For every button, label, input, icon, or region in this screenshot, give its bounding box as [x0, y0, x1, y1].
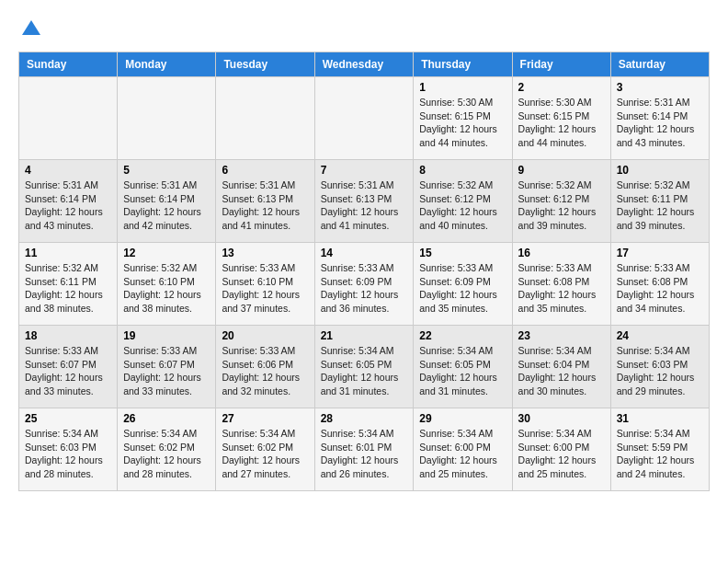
calendar-cell: 21Sunrise: 5:34 AM Sunset: 6:05 PM Dayli…: [314, 326, 414, 408]
day-info: Sunrise: 5:34 AM Sunset: 6:04 PM Dayligh…: [518, 344, 605, 398]
day-number: 31: [617, 412, 703, 425]
calendar-cell: 25Sunrise: 5:34 AM Sunset: 6:03 PM Dayli…: [19, 408, 118, 491]
day-number: 4: [25, 164, 111, 177]
day-info: Sunrise: 5:34 AM Sunset: 6:05 PM Dayligh…: [321, 344, 408, 398]
day-number: 30: [518, 412, 605, 425]
calendar-cell: 22Sunrise: 5:34 AM Sunset: 6:05 PM Dayli…: [414, 326, 512, 408]
calendar-cell: 9Sunrise: 5:32 AM Sunset: 6:12 PM Daylig…: [512, 160, 610, 243]
day-number: 1: [419, 81, 506, 94]
calendar-cell: 5Sunrise: 5:31 AM Sunset: 6:14 PM Daylig…: [118, 160, 216, 243]
day-number: 23: [518, 329, 605, 342]
day-number: 9: [518, 164, 605, 177]
day-info: Sunrise: 5:34 AM Sunset: 6:00 PM Dayligh…: [419, 427, 506, 481]
day-info: Sunrise: 5:34 AM Sunset: 6:03 PM Dayligh…: [25, 427, 111, 481]
calendar-week-1: 1Sunrise: 5:30 AM Sunset: 6:15 PM Daylig…: [19, 77, 710, 160]
day-info: Sunrise: 5:34 AM Sunset: 6:02 PM Dayligh…: [222, 427, 308, 481]
day-number: 29: [419, 412, 506, 425]
calendar-cell: 18Sunrise: 5:33 AM Sunset: 6:07 PM Dayli…: [19, 326, 118, 408]
day-info: Sunrise: 5:33 AM Sunset: 6:07 PM Dayligh…: [25, 344, 111, 398]
day-number: 7: [321, 164, 408, 177]
header-wednesday: Wednesday: [314, 52, 414, 77]
calendar-cell: 8Sunrise: 5:32 AM Sunset: 6:12 PM Daylig…: [414, 160, 512, 243]
day-info: Sunrise: 5:34 AM Sunset: 6:05 PM Dayligh…: [419, 344, 506, 398]
calendar-cell: [314, 77, 414, 160]
calendar-week-5: 25Sunrise: 5:34 AM Sunset: 6:03 PM Dayli…: [19, 408, 710, 491]
day-info: Sunrise: 5:30 AM Sunset: 6:15 PM Dayligh…: [518, 96, 605, 150]
calendar-table: SundayMondayTuesdayWednesdayThursdayFrid…: [18, 52, 710, 491]
day-info: Sunrise: 5:32 AM Sunset: 6:12 PM Dayligh…: [518, 178, 605, 233]
calendar-cell: 4Sunrise: 5:31 AM Sunset: 6:14 PM Daylig…: [19, 160, 118, 243]
header-sunday: Sunday: [19, 52, 118, 77]
day-info: Sunrise: 5:32 AM Sunset: 6:12 PM Dayligh…: [419, 178, 506, 233]
calendar-cell: 23Sunrise: 5:34 AM Sunset: 6:04 PM Dayli…: [512, 326, 610, 408]
day-number: 24: [617, 329, 703, 342]
svg-marker-0: [22, 20, 40, 35]
calendar-cell: 14Sunrise: 5:33 AM Sunset: 6:09 PM Dayli…: [314, 243, 414, 326]
day-info: Sunrise: 5:33 AM Sunset: 6:09 PM Dayligh…: [419, 261, 506, 316]
day-info: Sunrise: 5:34 AM Sunset: 6:02 PM Dayligh…: [123, 427, 210, 481]
calendar-cell: [118, 77, 216, 160]
day-number: 12: [123, 247, 210, 259]
calendar-week-2: 4Sunrise: 5:31 AM Sunset: 6:14 PM Daylig…: [19, 160, 710, 243]
calendar-cell: 26Sunrise: 5:34 AM Sunset: 6:02 PM Dayli…: [118, 408, 216, 491]
calendar-cell: 3Sunrise: 5:31 AM Sunset: 6:14 PM Daylig…: [610, 77, 709, 160]
day-number: 5: [123, 164, 210, 177]
day-number: 20: [222, 329, 308, 342]
day-info: Sunrise: 5:31 AM Sunset: 6:14 PM Dayligh…: [123, 178, 210, 233]
calendar-cell: 2Sunrise: 5:30 AM Sunset: 6:15 PM Daylig…: [512, 77, 610, 160]
day-info: Sunrise: 5:31 AM Sunset: 6:14 PM Dayligh…: [617, 96, 703, 150]
logo: [18, 18, 42, 37]
day-info: Sunrise: 5:34 AM Sunset: 5:59 PM Dayligh…: [617, 427, 703, 481]
day-info: Sunrise: 5:33 AM Sunset: 6:06 PM Dayligh…: [222, 344, 308, 398]
day-number: 11: [25, 247, 111, 259]
header-saturday: Saturday: [610, 52, 709, 77]
day-number: 27: [222, 412, 308, 425]
day-info: Sunrise: 5:33 AM Sunset: 6:10 PM Dayligh…: [222, 261, 308, 316]
calendar-cell: 19Sunrise: 5:33 AM Sunset: 6:07 PM Dayli…: [118, 326, 216, 408]
calendar-week-4: 18Sunrise: 5:33 AM Sunset: 6:07 PM Dayli…: [19, 326, 710, 408]
calendar-cell: 13Sunrise: 5:33 AM Sunset: 6:10 PM Dayli…: [216, 243, 314, 326]
day-number: 25: [25, 412, 111, 425]
calendar-cell: [216, 77, 314, 160]
logo-icon: [20, 18, 42, 40]
calendar-cell: 27Sunrise: 5:34 AM Sunset: 6:02 PM Dayli…: [216, 408, 314, 491]
calendar-week-3: 11Sunrise: 5:32 AM Sunset: 6:11 PM Dayli…: [19, 243, 710, 326]
day-info: Sunrise: 5:31 AM Sunset: 6:14 PM Dayligh…: [25, 178, 111, 233]
header-thursday: Thursday: [414, 52, 512, 77]
day-number: 28: [321, 412, 408, 425]
day-info: Sunrise: 5:31 AM Sunset: 6:13 PM Dayligh…: [321, 178, 408, 233]
day-info: Sunrise: 5:33 AM Sunset: 6:08 PM Dayligh…: [518, 261, 605, 316]
calendar-cell: 7Sunrise: 5:31 AM Sunset: 6:13 PM Daylig…: [314, 160, 414, 243]
day-number: 10: [617, 164, 703, 177]
day-info: Sunrise: 5:33 AM Sunset: 6:09 PM Dayligh…: [321, 261, 408, 316]
calendar-cell: 11Sunrise: 5:32 AM Sunset: 6:11 PM Dayli…: [19, 243, 118, 326]
calendar-cell: 29Sunrise: 5:34 AM Sunset: 6:00 PM Dayli…: [414, 408, 512, 491]
day-number: 22: [419, 329, 506, 342]
day-number: 6: [222, 164, 308, 177]
day-info: Sunrise: 5:32 AM Sunset: 6:11 PM Dayligh…: [617, 178, 703, 233]
day-number: 17: [617, 247, 703, 259]
day-number: 19: [123, 329, 210, 342]
calendar-cell: 31Sunrise: 5:34 AM Sunset: 5:59 PM Dayli…: [610, 408, 709, 491]
day-number: 8: [419, 164, 506, 177]
day-number: 13: [222, 247, 308, 259]
calendar-header-row: SundayMondayTuesdayWednesdayThursdayFrid…: [19, 52, 710, 77]
day-number: 15: [419, 247, 506, 259]
day-info: Sunrise: 5:32 AM Sunset: 6:11 PM Dayligh…: [25, 261, 111, 316]
day-number: 3: [617, 81, 703, 94]
day-number: 16: [518, 247, 605, 259]
day-info: Sunrise: 5:30 AM Sunset: 6:15 PM Dayligh…: [419, 96, 506, 150]
calendar-cell: 30Sunrise: 5:34 AM Sunset: 6:00 PM Dayli…: [512, 408, 610, 491]
calendar-cell: 15Sunrise: 5:33 AM Sunset: 6:09 PM Dayli…: [414, 243, 512, 326]
day-info: Sunrise: 5:31 AM Sunset: 6:13 PM Dayligh…: [222, 178, 308, 233]
calendar-cell: [19, 77, 118, 160]
day-info: Sunrise: 5:34 AM Sunset: 6:00 PM Dayligh…: [518, 427, 605, 481]
calendar-cell: 20Sunrise: 5:33 AM Sunset: 6:06 PM Dayli…: [216, 326, 314, 408]
header-monday: Monday: [118, 52, 216, 77]
calendar-cell: 10Sunrise: 5:32 AM Sunset: 6:11 PM Dayli…: [610, 160, 709, 243]
day-info: Sunrise: 5:34 AM Sunset: 6:03 PM Dayligh…: [617, 344, 703, 398]
day-number: 2: [518, 81, 605, 94]
day-info: Sunrise: 5:32 AM Sunset: 6:10 PM Dayligh…: [123, 261, 210, 316]
header-friday: Friday: [512, 52, 610, 77]
calendar-cell: 24Sunrise: 5:34 AM Sunset: 6:03 PM Dayli…: [610, 326, 709, 408]
